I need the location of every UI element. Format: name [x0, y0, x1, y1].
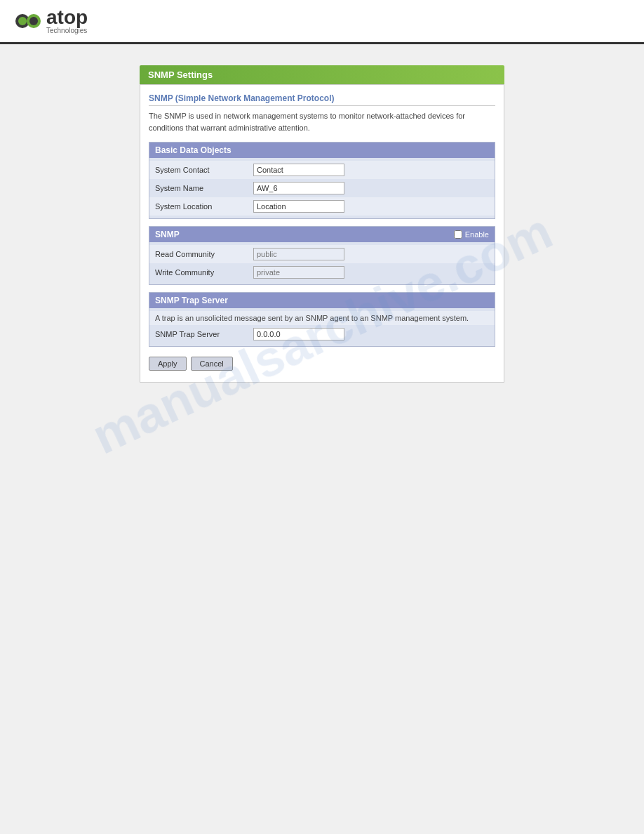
snmp-protocol-title: SNMP (Simple Network Management Protocol… — [149, 93, 495, 106]
snmp-enable-section: SNMP Enable Read Community Write Communi… — [149, 226, 495, 285]
read-community-row: Read Community — [149, 245, 495, 263]
snmp-enable-row: SNMP Enable — [149, 227, 495, 242]
system-location-input[interactable] — [253, 200, 344, 213]
button-row: Apply Cancel — [149, 354, 495, 373]
system-location-row: System Location — [149, 197, 495, 216]
snmp-trap-server-row: SNMP Trap Server — [149, 325, 495, 343]
snmp-trap-server-label: SNMP Trap Server — [155, 330, 253, 338]
snmp-fields-body: Read Community Write Community — [149, 242, 495, 284]
logo-brand: atop — [46, 6, 88, 28]
system-contact-row: System Contact — [149, 161, 495, 179]
page-header: atop Technologies — [0, 0, 644, 44]
cancel-button[interactable]: Cancel — [191, 357, 233, 371]
system-name-row: System Name — [149, 179, 495, 197]
main-content: SNMP Settings SNMP (Simple Network Manag… — [0, 44, 644, 404]
snmp-trap-body: A trap is an unsolicited message sent by… — [149, 308, 495, 346]
apply-button[interactable]: Apply — [149, 357, 187, 371]
read-community-input[interactable] — [253, 248, 344, 260]
basic-data-objects-header: Basic Data Objects — [149, 143, 495, 158]
system-name-label: System Name — [155, 184, 253, 192]
write-community-input[interactable] — [253, 266, 344, 279]
snmp-description: The SNMP is used in network management s… — [149, 110, 495, 133]
basic-data-objects-body: System Contact System Name System Locati… — [149, 158, 495, 218]
svg-point-3 — [29, 17, 38, 25]
logo: atop Technologies — [14, 7, 88, 35]
read-community-label: Read Community — [155, 250, 253, 258]
svg-point-2 — [18, 17, 27, 25]
snmp-section-label: SNMP — [155, 230, 454, 239]
page-container: SNMP Settings SNMP (Simple Network Manag… — [140, 65, 504, 383]
atop-logo-icon — [14, 7, 42, 35]
snmp-settings-header: SNMP Settings — [140, 65, 504, 84]
snmp-enable-label[interactable]: Enable — [454, 230, 489, 239]
snmp-enable-checkbox[interactable] — [454, 230, 462, 239]
snmp-trap-server-input[interactable] — [253, 328, 344, 340]
logo-text-container: atop Technologies — [46, 8, 88, 34]
main-box: SNMP (Simple Network Management Protocol… — [140, 84, 504, 383]
snmp-trap-header: SNMP Trap Server — [149, 293, 495, 308]
system-contact-label: System Contact — [155, 166, 253, 174]
write-community-row: Write Community — [149, 263, 495, 282]
logo-subtitle: Technologies — [46, 27, 88, 34]
system-contact-input[interactable] — [253, 164, 344, 176]
trap-description: A trap is an unsolicited message sent by… — [149, 311, 495, 325]
snmp-trap-section: SNMP Trap Server A trap is an unsolicite… — [149, 292, 495, 347]
system-name-input[interactable] — [253, 182, 344, 194]
basic-data-objects-section: Basic Data Objects System Contact System… — [149, 142, 495, 219]
enable-text: Enable — [465, 230, 489, 239]
system-location-label: System Location — [155, 202, 253, 211]
write-community-label: Write Community — [155, 268, 253, 277]
